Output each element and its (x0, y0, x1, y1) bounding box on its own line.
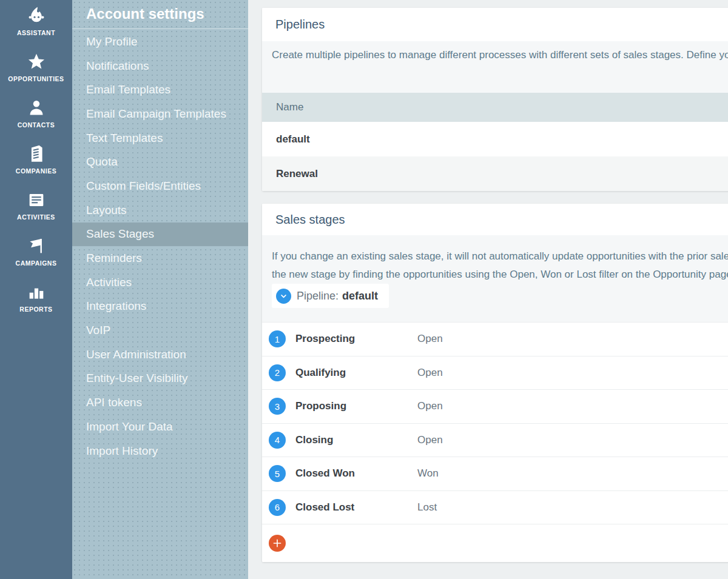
settings-nav-text-templates[interactable]: Text Templates (72, 126, 248, 150)
pipelines-table-header: Name (262, 93, 728, 122)
stage-row-proposing[interactable]: 3 Proposing Open (262, 389, 728, 423)
document-lines-icon (26, 187, 47, 213)
settings-nav-user-administration[interactable]: User Administration (72, 343, 248, 367)
stage-status: Lost (417, 501, 437, 514)
settings-sidebar: Account settings My Profile Notification… (72, 0, 248, 579)
stage-label: Closing (295, 434, 333, 446)
pipeline-selector[interactable]: Pipeline: default (272, 284, 389, 308)
person-icon (26, 95, 47, 121)
nav-companies[interactable]: COMPANIES (0, 141, 72, 187)
settings-nav-entity-user-visibility[interactable]: Entity-User Visibility (72, 367, 248, 391)
assistant-flame-icon (26, 2, 47, 29)
stage-row-prospecting[interactable]: 1 Prospecting Open (262, 322, 728, 356)
stage-number-badge: 6 (269, 499, 286, 516)
plus-icon (272, 538, 283, 549)
stage-row-closed-won[interactable]: 5 Closed Won Won (262, 457, 728, 490)
sales-stages-description: If you change an existing sales stage, i… (262, 235, 728, 322)
settings-nav-list: My Profile Notifications Email Templates… (72, 29, 248, 463)
stage-row-qualifying[interactable]: 2 Qualifying Open (262, 356, 728, 390)
settings-nav-notifications[interactable]: Notifications (72, 54, 248, 78)
stage-status: Won (417, 467, 439, 480)
settings-nav-email-campaign-templates[interactable]: Email Campaign Templates (72, 102, 248, 126)
stage-label: Closed Lost (295, 501, 354, 514)
stage-number-badge: 1 (269, 330, 286, 347)
main-content: Pipelines Create multiple pipelines to m… (248, 0, 728, 579)
stage-number-badge: 3 (269, 398, 286, 415)
pipeline-name: default (276, 133, 310, 146)
nav-label: CAMPAIGNS (16, 259, 57, 267)
pipeline-row-default[interactable]: default (262, 122, 728, 156)
stage-status: Open (417, 367, 443, 379)
nav-opportunities[interactable]: OPPORTUNITIES (0, 49, 72, 95)
stage-label: Closed Won (295, 467, 355, 480)
settings-nav-email-templates[interactable]: Email Templates (72, 78, 248, 102)
settings-nav-layouts[interactable]: Layouts (72, 198, 248, 223)
pipelines-description-text: Create multiple pipelines to manage diff… (272, 49, 728, 61)
page-title: Account settings (72, 0, 248, 29)
chevron-down-icon (276, 289, 291, 304)
nav-label: COMPANIES (16, 167, 56, 175)
primary-sidebar: ASSISTANT OPPORTUNITIES CONTACTS (0, 0, 72, 579)
star-icon (26, 49, 47, 75)
settings-nav-reminders[interactable]: Reminders (72, 246, 248, 270)
pipeline-selector-label: Pipeline: (297, 290, 339, 303)
pipeline-name: Renewal (276, 168, 318, 180)
stage-number-badge: 4 (269, 432, 286, 449)
nav-assistant[interactable]: ASSISTANT (0, 2, 72, 49)
flag-icon (26, 233, 47, 259)
sales-stages-description-line1: If you change an existing sales stage, i… (272, 247, 728, 266)
nav-label: CONTACTS (18, 121, 55, 129)
sales-stages-card: Sales stages If you change an existing s… (262, 204, 728, 562)
stage-status: Open (417, 400, 443, 412)
nav-activities[interactable]: ACTIVITIES (0, 187, 72, 233)
add-stage-row (262, 524, 728, 562)
stage-number-badge: 2 (269, 364, 286, 381)
nav-label: REPORTS (19, 306, 52, 313)
settings-nav-activities[interactable]: Activities (72, 270, 248, 295)
bar-chart-icon (26, 279, 47, 306)
stage-row-closing[interactable]: 4 Closing Open (262, 423, 728, 457)
stage-label: Prospecting (295, 333, 355, 345)
settings-nav-voip[interactable]: VoIP (72, 318, 248, 343)
nav-label: ACTIVITIES (17, 213, 55, 221)
settings-nav-my-profile[interactable]: My Profile (72, 30, 248, 54)
nav-campaigns[interactable]: CAMPAIGNS (0, 233, 72, 279)
nav-label: OPPORTUNITIES (8, 75, 64, 82)
settings-nav-import-your-data[interactable]: Import Your Data (72, 415, 248, 439)
stage-row-closed-lost[interactable]: 6 Closed Lost Lost (262, 490, 728, 524)
add-stage-button[interactable] (269, 535, 286, 552)
settings-nav-integrations[interactable]: Integrations (72, 295, 248, 319)
stage-number-badge: 5 (269, 465, 286, 482)
pipeline-row-renewal[interactable]: Renewal (262, 156, 728, 191)
settings-nav-custom-fields[interactable]: Custom Fields/Entities (72, 174, 248, 198)
stage-label: Proposing (295, 400, 346, 412)
pipelines-card: Pipelines Create multiple pipelines to m… (262, 8, 728, 191)
name-column-header: Name (276, 101, 303, 113)
pipeline-selector-value: default (342, 290, 378, 303)
settings-nav-api-tokens[interactable]: API tokens (72, 390, 248, 415)
sales-stages-card-title: Sales stages (262, 204, 728, 235)
nav-contacts[interactable]: CONTACTS (0, 95, 72, 141)
sales-stages-description-line2: the new stage by finding the opportuniti… (272, 266, 728, 284)
settings-nav-quota[interactable]: Quota (72, 150, 248, 174)
nav-label: ASSISTANT (17, 29, 55, 36)
settings-nav-import-history[interactable]: Import History (72, 439, 248, 463)
building-icon (26, 141, 47, 167)
nav-reports[interactable]: REPORTS (0, 279, 72, 325)
stage-status: Open (417, 333, 443, 345)
settings-nav-sales-stages[interactable]: Sales Stages (72, 223, 248, 247)
pipelines-card-description: Create multiple pipelines to manage diff… (262, 41, 728, 93)
stage-status: Open (417, 434, 443, 446)
pipelines-card-title: Pipelines (262, 8, 728, 41)
stage-label: Qualifying (295, 367, 346, 379)
